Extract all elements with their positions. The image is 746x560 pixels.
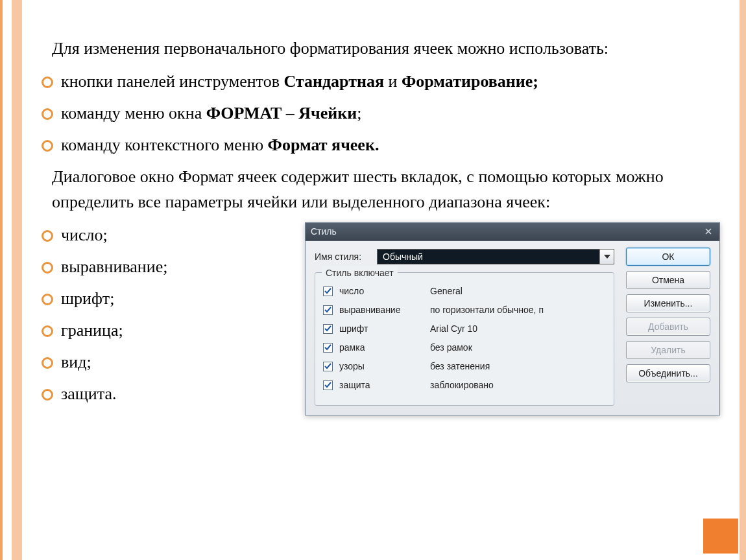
bullet-text-bold: Форматирование; bbox=[402, 72, 538, 91]
style-dialog: Стиль ОК Отмена Изменить... Добавить Уда… bbox=[305, 222, 720, 415]
bullet-text-mid: и bbox=[384, 72, 402, 91]
outro-text: Диалоговое окно Формат ячеек содержит ше… bbox=[52, 164, 720, 215]
bullet-text: число; bbox=[61, 226, 108, 244]
dialog-title: Стиль bbox=[311, 225, 337, 239]
bullet-list-top: кнопки панелей инструментов Стандартная … bbox=[39, 69, 720, 158]
checkbox[interactable] bbox=[323, 305, 333, 315]
bullet-text-mid: – bbox=[282, 104, 298, 122]
option-name: шрифт bbox=[339, 322, 424, 336]
style-name-combo[interactable]: Обычный bbox=[377, 249, 614, 264]
merge-button[interactable]: Объединить... bbox=[626, 364, 710, 382]
style-name-row: Имя стиля: Обычный bbox=[315, 249, 614, 264]
option-row: защита заблокировано bbox=[323, 379, 606, 392]
bullet-item: команду меню окна ФОРМАТ – Ячейки; bbox=[39, 100, 720, 126]
bullet-text-pre: команду меню окна bbox=[61, 104, 206, 122]
bullet-text: вид; bbox=[61, 353, 91, 371]
bullet-text-pre: кнопки панелей инструментов bbox=[61, 72, 283, 91]
option-name: число bbox=[339, 285, 424, 298]
option-row: узоры без затенения bbox=[323, 360, 606, 373]
checkbox[interactable] bbox=[323, 380, 333, 390]
chevron-down-icon[interactable] bbox=[599, 250, 614, 264]
style-includes-group: Стиль включает число General выравнивани… bbox=[315, 272, 614, 406]
dialog-body: ОК Отмена Изменить... Добавить Удалить О… bbox=[306, 241, 719, 415]
bullet-text-bold: ФОРМАТ bbox=[206, 104, 282, 122]
dialog-button-column: ОК Отмена Изменить... Добавить Удалить О… bbox=[626, 248, 710, 382]
option-value: Arial Cyr 10 bbox=[430, 322, 477, 336]
slide-corner-accent bbox=[703, 519, 738, 554]
option-name: выравнивание bbox=[339, 303, 424, 317]
bullet-text-bold: Стандартная bbox=[283, 72, 384, 91]
option-name: защита bbox=[339, 379, 424, 392]
slide-border-left-inner bbox=[12, 0, 22, 560]
option-value: без затенения bbox=[430, 360, 490, 373]
dialog-titlebar[interactable]: Стиль bbox=[306, 223, 719, 241]
option-row: число General bbox=[323, 285, 606, 298]
option-name: рамка bbox=[339, 341, 424, 355]
slide-content: Для изменения первоначального форматиров… bbox=[39, 36, 720, 417]
bullet-item: защита. bbox=[39, 381, 208, 406]
modify-button[interactable]: Изменить... bbox=[626, 294, 710, 312]
bullet-text-bold: Ячейки bbox=[298, 104, 357, 122]
close-icon[interactable] bbox=[703, 226, 714, 238]
bullet-list-bottom: число; выравнивание; шрифт; граница; вид… bbox=[39, 222, 208, 413]
add-button: Добавить bbox=[626, 318, 710, 336]
bullet-text-post: ; bbox=[357, 104, 361, 122]
option-value: без рамок bbox=[430, 341, 472, 355]
cancel-button[interactable]: Отмена bbox=[626, 271, 710, 289]
lower-row: число; выравнивание; шрифт; граница; вид… bbox=[39, 222, 720, 417]
slide-border-right bbox=[740, 0, 746, 560]
option-row: выравнивание по горизонтали обычное, п bbox=[323, 303, 606, 317]
option-name: узоры bbox=[339, 360, 424, 373]
option-row: шрифт Arial Cyr 10 bbox=[323, 322, 606, 336]
option-value: General bbox=[430, 285, 463, 298]
bullet-item: число; bbox=[39, 222, 208, 248]
bullet-item: граница; bbox=[39, 318, 208, 343]
checkbox[interactable] bbox=[323, 324, 333, 334]
checkbox[interactable] bbox=[323, 343, 333, 353]
bullet-text: выравнивание; bbox=[61, 257, 167, 276]
bullet-text: граница; bbox=[61, 321, 123, 340]
style-name-value[interactable]: Обычный bbox=[378, 250, 599, 264]
bullet-text: шрифт; bbox=[61, 289, 114, 308]
intro-text: Для изменения первоначального форматиров… bbox=[52, 36, 720, 61]
bullet-item: команду контекстного меню Формат ячеек. bbox=[39, 132, 720, 158]
bullet-item: выравнивание; bbox=[39, 254, 208, 279]
style-name-label: Имя стиля: bbox=[315, 250, 370, 264]
delete-button: Удалить bbox=[626, 341, 710, 359]
option-value: по горизонтали обычное, п bbox=[430, 303, 544, 317]
dialog-main-area: Имя стиля: Обычный Стиль включает bbox=[315, 249, 614, 406]
bullet-item: шрифт; bbox=[39, 286, 208, 311]
slide-border-gap bbox=[3, 0, 12, 560]
option-value: заблокировано bbox=[430, 379, 494, 392]
option-row: рамка без рамок bbox=[323, 341, 606, 355]
bullet-text-bold: Формат ячеек. bbox=[268, 135, 379, 154]
group-title: Стиль включает bbox=[322, 266, 398, 280]
bullet-text-pre: команду контекстного меню bbox=[61, 135, 268, 154]
checkbox[interactable] bbox=[323, 362, 333, 371]
bullet-item: кнопки панелей инструментов Стандартная … bbox=[39, 69, 720, 94]
slide: Для изменения первоначального форматиров… bbox=[0, 0, 746, 560]
bullet-item: вид; bbox=[39, 349, 208, 375]
checkbox[interactable] bbox=[323, 286, 333, 296]
ok-button[interactable]: ОК bbox=[626, 248, 710, 266]
bullet-text: защита. bbox=[61, 384, 116, 403]
